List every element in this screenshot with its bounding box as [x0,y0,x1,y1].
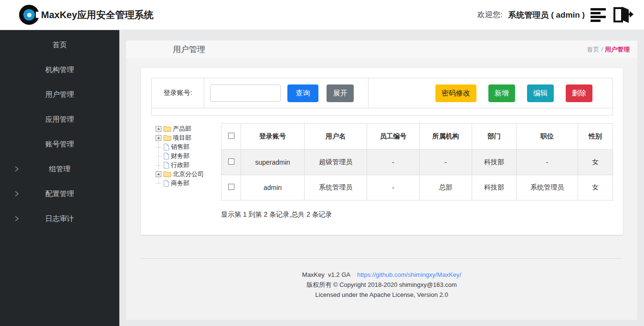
table-row[interactable]: admin 系统管理员 - 总部 科技部 系统管理员 女 [222,175,613,200]
welcome-label: 欢迎您: [477,10,502,20]
sidebar-item-log-audit[interactable]: 日志审计 [0,206,119,231]
tree-node-leaf[interactable]: 商务部 [156,179,221,188]
expand-plus-icon[interactable] [156,126,161,132]
col-header-username: 用户名 [305,124,367,150]
tree-node-leaf[interactable]: 财务部 [156,151,221,160]
footer-copyright: 版权所有 © Copyright 2018-2020 shimingxy@163… [126,280,637,290]
breadcrumb-separator: / [601,46,603,53]
brand: MaxKey应用安全管理系统 [18,4,154,26]
expand-button[interactable]: 展开 [327,84,354,102]
file-icon [163,143,169,151]
file-icon [163,179,169,187]
current-user: 系统管理员 ( admin ) [508,10,585,21]
users-table: 登录账号 用户名 员工编号 所属机构 部门 职位 性别 [221,123,613,200]
sidebar-item-user-mgmt[interactable]: 用户管理 [0,82,119,107]
query-button[interactable]: 查询 [287,84,318,102]
col-header-position: 职位 [517,124,578,150]
login-account-input[interactable] [210,84,281,102]
footer-version: MaxKey v1.2 GA [302,271,350,278]
password-modify-button[interactable]: 密码修改 [435,84,476,102]
login-account-label: 登录账号: [152,78,204,108]
users-table-container: 登录账号 用户名 员工编号 所属机构 部门 职位 性别 [221,123,613,219]
table-header-row: 登录账号 用户名 员工编号 所属机构 部门 职位 性别 [222,124,613,150]
col-header-login: 登录账号 [241,124,305,150]
row-checkbox[interactable] [228,158,234,165]
sidebar-item-home[interactable]: 首页 [0,32,119,57]
chevron-right-icon [14,215,19,222]
search-toolbar: 登录账号: 查询 展开 密码修改 新增 编辑 删除 [151,78,613,116]
logo-gap [36,12,40,18]
breadcrumb-home-link[interactable]: 首页 [587,46,599,53]
department-tree: 产品部 项目部 [151,123,221,219]
content-area: 用户管理 首页/用户管理 登录账号: 查询 展开 密码修 [119,30,644,326]
action-buttons: 密码修改 新增 编辑 删除 [369,78,612,108]
logo-target [23,9,35,21]
tree-connector [156,142,163,151]
sidebar-item-app-mgmt[interactable]: 应用管理 [0,107,119,132]
tree-node-folder[interactable]: 北京分公司 [156,169,221,179]
chevron-right-icon [14,190,19,198]
footer-github-link[interactable]: https://github.com/shimingxy/MaxKey/ [357,271,461,278]
app-header: MaxKey应用安全管理系统 欢迎您: 系统管理员 ( admin ) [0,0,644,30]
page-footer: MaxKey v1.2 GAhttps://github.com/shiming… [126,270,637,300]
col-header-organization: 所属机构 [420,124,472,150]
search-controls: 查询 展开 [204,78,369,108]
select-all-checkbox[interactable] [228,133,234,139]
expand-plus-icon[interactable] [156,135,161,141]
row-checkbox[interactable] [228,184,234,190]
col-header-gender: 性别 [578,124,613,150]
collapsed-search-row [152,108,612,115]
tree-connector [156,151,163,160]
table-row[interactable]: superadmin 超级管理员 - - 科技部 - 女 [222,150,613,175]
sidebar-item-config-mgmt[interactable]: 配置管理 [0,181,119,206]
col-header-employee-no: 员工编号 [367,124,420,150]
sidebar-item-account-mgmt[interactable]: 账号管理 [0,132,119,157]
content-panel: 用户管理 首页/用户管理 登录账号: 查询 展开 密码修 [126,41,637,320]
app-title: MaxKey应用安全管理系统 [41,9,154,21]
user-management-card: 登录账号: 查询 展开 密码修改 新增 编辑 删除 [141,68,623,235]
sidebar: 首页 机构管理 用户管理 应用管理 账号管理 组管理 配置管理 [0,30,119,326]
records-summary: 显示第 1 到第 2 条记录,总共 2 条记录 [221,210,613,219]
footer-divider [141,258,623,259]
edit-button[interactable]: 编辑 [527,84,554,102]
folder-icon [163,134,171,141]
page-title-bar: 用户管理 首页/用户管理 [126,41,637,58]
sidebar-item-org-mgmt[interactable]: 机构管理 [0,57,119,82]
chevron-right-icon [14,165,19,173]
list-menu-icon[interactable] [591,8,607,22]
tree-connector [156,160,163,169]
tree-node-folder[interactable]: 项目部 [156,133,221,142]
col-header-department: 部门 [472,124,517,150]
breadcrumb: 首页/用户管理 [587,45,630,54]
footer-license: Licensed under the Apache License, Versi… [126,290,637,300]
logout-icon[interactable] [612,6,633,23]
delete-button[interactable]: 删除 [566,84,592,102]
sidebar-item-group-mgmt[interactable]: 组管理 [0,157,119,181]
file-icon [163,161,169,169]
breadcrumb-current: 用户管理 [605,46,630,53]
maxkey-logo-icon [18,4,40,26]
page-title: 用户管理 [173,44,205,55]
expand-plus-icon[interactable] [156,171,161,177]
add-button[interactable]: 新增 [488,84,515,102]
folder-icon [163,170,171,178]
tree-node-leaf[interactable]: 销售部 [156,142,221,151]
tree-node-folder[interactable]: 产品部 [156,124,221,133]
tree-node-leaf[interactable]: 行政部 [156,160,221,169]
user-area: 欢迎您: 系统管理员 ( admin ) [477,6,633,23]
tree-connector [156,179,163,188]
folder-icon [163,125,171,132]
file-icon [163,152,169,160]
